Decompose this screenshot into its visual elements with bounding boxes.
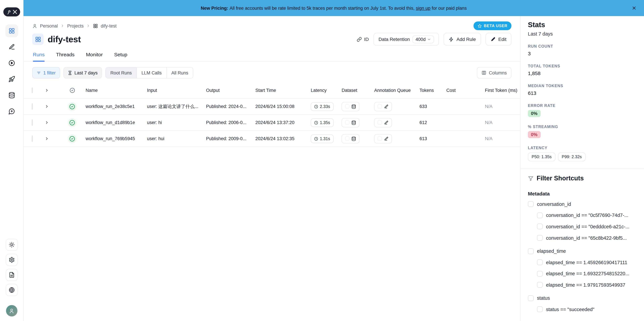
pencil-icon [8, 43, 15, 50]
filter-option: elapsed_time == 1.97917593549937 [528, 279, 636, 291]
row-checkbox[interactable] [32, 103, 32, 109]
select-all-checkbox[interactable] [32, 87, 32, 93]
header-name[interactable]: Name [86, 88, 147, 93]
link-icon [357, 37, 362, 42]
expand-all-chevron-icon[interactable] [45, 88, 59, 92]
add-to-dataset-button[interactable] [342, 118, 360, 127]
data-retention-value[interactable]: 400d [412, 35, 434, 43]
breadcrumb-projects[interactable]: Projects [67, 23, 84, 28]
filter-option: conversation_id == "65c8b422-9bf5... [528, 232, 636, 243]
mini-checkbox [378, 136, 382, 141]
sidebar-item-playground[interactable] [5, 57, 18, 69]
header-input[interactable]: Input [147, 88, 206, 93]
mini-checkbox [345, 120, 349, 125]
database-icon [8, 92, 15, 99]
filter-group-label[interactable]: status [537, 296, 550, 301]
sign-up-link[interactable]: sign up [416, 5, 430, 10]
run-input: user: hi [147, 120, 206, 125]
tab-setup[interactable]: Setup [114, 52, 127, 61]
row-expand-chevron-icon[interactable] [45, 104, 59, 109]
tab-threads[interactable]: Threads [56, 52, 74, 61]
rocket-icon [8, 76, 15, 82]
sidebar-item-deployments[interactable] [5, 73, 18, 85]
columns-button[interactable]: Columns [477, 67, 512, 78]
data-retention-button[interactable]: Data Retention 400d [374, 33, 439, 46]
theme-toggle-button[interactable] [6, 239, 18, 251]
run-first-token: N/A [485, 104, 520, 109]
langsmith-logo[interactable] [3, 7, 20, 16]
row-checkbox[interactable] [32, 135, 32, 142]
tabs: Runs Threads Monitor Setup [24, 46, 520, 62]
filter-group-label[interactable]: elapsed_time [537, 248, 566, 254]
row-expand-chevron-icon[interactable] [45, 120, 59, 125]
add-to-annotation-queue-button[interactable] [374, 118, 392, 127]
table-row[interactable]: workflow_run_769b5945 user: hui Publishe… [24, 131, 520, 147]
filter-group-partial [528, 318, 636, 321]
breadcrumb: Personal Projects dify-test [32, 23, 116, 28]
median-tokens-label: MEDIAN TOKENS [528, 84, 636, 88]
mini-checkbox [345, 136, 349, 141]
header-tokens[interactable]: Tokens [420, 88, 446, 93]
tab-monitor[interactable]: Monitor [86, 52, 103, 61]
page-title: dify-test [48, 34, 81, 44]
add-rule-button[interactable]: Add Rule [444, 33, 481, 46]
header-output[interactable]: Output [206, 88, 256, 93]
header-latency[interactable]: Latency [311, 88, 342, 93]
status-header-icon [59, 87, 86, 93]
tab-runs[interactable]: Runs [33, 52, 45, 61]
filter-option-checkbox[interactable] [537, 224, 543, 230]
filter-option-checkbox[interactable] [537, 307, 543, 312]
filter-option-checkbox[interactable] [537, 235, 543, 241]
clock-icon [314, 137, 318, 141]
filter-option-checkbox[interactable] [537, 282, 543, 288]
add-to-dataset-button[interactable] [342, 134, 360, 143]
columns-icon [482, 70, 486, 75]
project-icon [32, 33, 44, 45]
segment-root-runs[interactable]: Root Runs [106, 67, 136, 78]
run-name[interactable]: workflow_run_d1d89b1e [86, 120, 147, 125]
filter-count-button[interactable]: 1 filter [32, 67, 60, 78]
run-name[interactable]: workflow_run_2e38c5e1 [86, 104, 147, 109]
tools-icon [12, 9, 17, 14]
add-to-dataset-button[interactable] [342, 102, 360, 111]
copy-id-button[interactable]: ID [357, 36, 369, 42]
sidebar-item-projects[interactable] [5, 24, 18, 37]
edit-button[interactable]: Edit [486, 33, 512, 46]
add-to-annotation-queue-button[interactable] [374, 102, 392, 111]
filter-group-checkbox[interactable] [528, 201, 534, 207]
table-row[interactable]: workflow_run_2e38c5e1 user: 这篇论文讲了什么... … [24, 99, 520, 115]
segment-llm-calls[interactable]: LLM Calls [136, 67, 166, 78]
left-sidebar [0, 0, 24, 321]
header-annotation-queue[interactable]: Annotation Queue [374, 88, 420, 93]
sidebar-item-annotations[interactable] [5, 40, 18, 53]
filter-group-checkbox[interactable] [528, 248, 534, 254]
filter-option: conversation_id == "0edddce6-a21c-... [528, 221, 636, 232]
filter-group-label[interactable]: conversation_id [537, 202, 571, 207]
settings-button[interactable] [6, 254, 18, 266]
time-range-button[interactable]: Last 7 days [64, 67, 102, 78]
panel-divider [520, 169, 644, 169]
filter-option-checkbox[interactable] [537, 260, 543, 265]
filter-group-checkbox[interactable] [528, 295, 534, 301]
filter-option-checkbox[interactable] [537, 271, 543, 277]
row-checkbox[interactable] [32, 119, 32, 126]
header-cost[interactable]: Cost [446, 88, 485, 93]
sidebar-item-feedback[interactable] [5, 105, 18, 118]
header-first-token[interactable]: First Token (ms) [485, 88, 520, 93]
banner-close-button[interactable] [632, 5, 636, 10]
web-button[interactable] [6, 284, 18, 296]
row-expand-chevron-icon[interactable] [45, 136, 59, 141]
docs-button[interactable] [6, 269, 18, 281]
user-avatar[interactable] [6, 305, 17, 317]
breadcrumb-personal[interactable]: Personal [40, 23, 58, 28]
segment-all-runs[interactable]: All Runs [166, 67, 193, 78]
sidebar-item-datasets[interactable] [5, 89, 18, 102]
run-name[interactable]: workflow_run_769b5945 [86, 136, 147, 141]
filter-option-checkbox[interactable] [537, 213, 543, 218]
add-to-annotation-queue-button[interactable] [374, 134, 392, 143]
mini-checkbox [345, 104, 349, 109]
header-dataset[interactable]: Dataset [342, 88, 374, 93]
table-row[interactable]: workflow_run_d1d89b1e user: hi Published… [24, 115, 520, 131]
mini-checkbox [378, 104, 382, 109]
header-start-time[interactable]: Start Time [256, 88, 311, 93]
